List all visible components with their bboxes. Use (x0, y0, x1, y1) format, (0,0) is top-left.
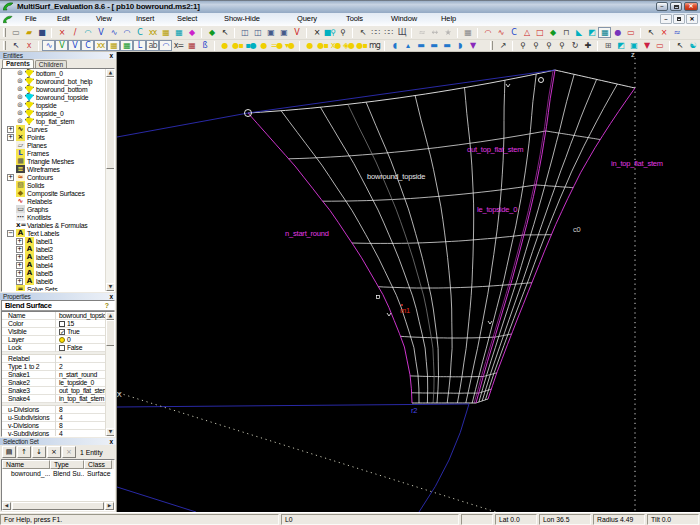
insert-point-icon[interactable]: × (55, 27, 68, 38)
selection-close-icon[interactable]: x (109, 439, 113, 445)
purple-blob-icon[interactable]: ● (611, 27, 624, 38)
bulb-all-icon[interactable]: ● (218, 40, 231, 51)
bulb-red-x-icon[interactable]: x● (329, 40, 342, 51)
expand-icon[interactable]: + (16, 238, 23, 245)
property-value[interactable]: ✓True (56, 328, 105, 336)
edit-diamond-green-icon[interactable]: ◆ (546, 27, 559, 38)
tree-item-points[interactable]: +×Points (2, 133, 105, 141)
property-value[interactable]: in_top_flat_stem (56, 395, 105, 403)
insert-snake-icon[interactable]: C (133, 27, 146, 38)
window-pane-4-icon[interactable]: ▣ (277, 27, 290, 38)
scroll-right-icon[interactable]: ▶ (105, 502, 114, 510)
insert-surface-2-icon[interactable]: ▦ (172, 27, 185, 38)
entity-state-icon[interactable]: ⊛ (16, 69, 24, 77)
pointer-2-icon[interactable]: ↖ (644, 27, 657, 38)
rotate-flat-3-icon[interactable]: ▬ (440, 40, 453, 51)
insert-arc-icon[interactable]: ◠ (81, 27, 94, 38)
tree-item-topside[interactable]: ⊛topside (2, 101, 105, 109)
tree-item-curves[interactable]: +∿Curves (2, 125, 105, 133)
tree-item-label6[interactable]: +Alabel6 (2, 277, 105, 285)
scrollbar-thumb[interactable] (106, 320, 115, 346)
collapse-icon[interactable]: − (7, 230, 14, 237)
entity-state-icon[interactable]: ⊛ (16, 109, 24, 117)
property-row-relabel[interactable]: Relabel* (2, 355, 105, 363)
page-cyan-1-icon[interactable]: ◩ (614, 40, 627, 51)
two-tone-icon[interactable]: ☯ (686, 40, 699, 51)
pan-view-icon[interactable]: ✚ (581, 40, 594, 51)
properties-panel-header[interactable]: Properties x (0, 293, 116, 300)
scroll-down-icon[interactable]: ▼ (106, 283, 115, 291)
framed-grid-icon[interactable]: ▦ (598, 27, 611, 38)
ins-ell-icon[interactable]: L (133, 40, 146, 51)
ins-vee-blue-icon[interactable]: V (68, 40, 81, 51)
ins-cee-icon[interactable]: C (81, 40, 94, 51)
toolbar-grip[interactable] (3, 28, 6, 37)
insert-surface-icon[interactable]: ▦ (159, 27, 172, 38)
entity-state-icon[interactable]: ⊛ (16, 77, 24, 85)
mdi-minimize-button[interactable]: – (660, 14, 672, 24)
scrollbar-thumb[interactable] (106, 77, 115, 169)
small-red-x-icon[interactable]: x (22, 40, 35, 51)
property-row-visible[interactable]: Visible✓True (2, 328, 105, 336)
insert-bcurve-icon[interactable]: V (94, 27, 107, 38)
list-swap-button[interactable]: ▤ (2, 446, 16, 458)
scroll-down-icon[interactable]: ▼ (106, 428, 115, 436)
properties-close-icon[interactable]: x (109, 294, 113, 300)
toolbar-grip[interactable] (3, 41, 6, 50)
check-model-icon[interactable]: ◆ (205, 27, 218, 38)
menu-query[interactable]: Query (297, 14, 317, 23)
page-cyan-2-icon[interactable]: ▣ (627, 40, 640, 51)
tree-item-label3[interactable]: +Alabel3 (2, 253, 105, 261)
tree-item-variables-formulas[interactable]: x=Variables & Formulas (2, 221, 105, 229)
rotate-view-icon[interactable]: ↻ (568, 40, 581, 51)
tree-item-bowround-topside[interactable]: ⊛bowround_topside (2, 93, 105, 101)
toolbar-grip[interactable] (490, 41, 493, 50)
w-tool-icon[interactable]: Щ (395, 27, 408, 38)
entity-state-icon[interactable]: ⊛ (16, 93, 24, 101)
remove-button[interactable]: × (47, 446, 61, 458)
tree-item-wireframes[interactable]: ≡Wireframes (2, 165, 105, 173)
property-value[interactable]: n_start_round (56, 371, 105, 379)
dot-grid-2-icon[interactable]: ∷∷ (382, 27, 395, 38)
scroll-up-icon[interactable]: ▲ (106, 69, 115, 77)
menu-show-hide[interactable]: Show-Hide (224, 14, 260, 23)
entities-tree-scrollbar[interactable]: ▲ ▼ (105, 69, 114, 291)
property-row-snake4[interactable]: Snake4in_top_flat_stem (2, 395, 105, 403)
scrollbar-thumb[interactable] (12, 502, 104, 510)
tree-item-solids[interactable]: ▧Solids (2, 181, 105, 189)
help-icon[interactable]: ? (103, 302, 111, 310)
bulb-5-icon[interactable]: ◈● (342, 40, 355, 51)
expand-icon[interactable]: + (7, 174, 14, 181)
ins-vee-green-icon[interactable]: V (55, 40, 68, 51)
expand-icon[interactable]: + (16, 278, 23, 285)
entity-state-icon[interactable]: ⊛ (16, 85, 24, 93)
edit-curve-red-1-icon[interactable]: ◠ (481, 27, 494, 38)
pencil-icon[interactable]: ↗ (496, 40, 509, 51)
property-value[interactable]: 8 (56, 406, 105, 414)
entities-panel-header[interactable]: Entities x (0, 52, 116, 59)
window-pane-3-icon[interactable]: ▣ (264, 27, 277, 38)
expand-icon[interactable]: + (16, 246, 23, 253)
checkbox-checked-icon[interactable]: ✓ (59, 329, 65, 335)
ins-arc-icon[interactable]: ◠ (159, 40, 172, 51)
column-header-type[interactable]: Type (50, 460, 84, 469)
grid-red-icon[interactable]: ▦ (185, 40, 198, 51)
tree-item-bottom-0[interactable]: ⊛bottom_0 (2, 69, 105, 77)
menu-help[interactable]: Help (441, 14, 456, 23)
red-frame-icon[interactable]: ▭ (624, 27, 637, 38)
minimize-button[interactable]: – (656, 2, 668, 11)
property-row-v-subdivisions[interactable]: v-Subdivisions4 (2, 430, 105, 436)
tree-item-text-labels[interactable]: −AText Labels (2, 229, 105, 237)
disabled-1-icon[interactable]: ≈ (415, 27, 428, 38)
mdi-close-button[interactable]: ✕ (686, 14, 698, 24)
tree-item-frames[interactable]: LFrames (2, 149, 105, 157)
insert-curve-icon[interactable]: ◠ (120, 27, 133, 38)
restore-button[interactable] (670, 2, 682, 11)
edit-curve-red-2-icon[interactable]: ∿ (494, 27, 507, 38)
grid-mag-icon[interactable]: ⊞ (601, 40, 614, 51)
rotate-right-icon[interactable]: ◗ (453, 40, 466, 51)
scroll-left-icon[interactable]: ◀ (2, 502, 11, 510)
property-row-color[interactable]: Color15 (2, 320, 105, 328)
remove-all-button[interactable]: × (62, 446, 76, 458)
expand-icon[interactable]: + (7, 134, 14, 141)
